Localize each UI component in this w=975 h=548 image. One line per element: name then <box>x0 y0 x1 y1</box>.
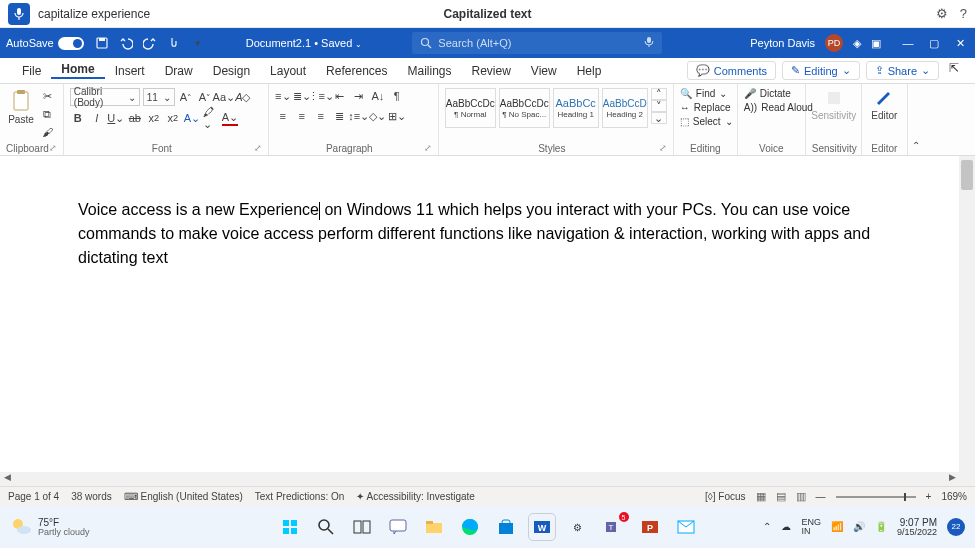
minimize-button[interactable]: — <box>899 37 917 50</box>
status-words[interactable]: 38 words <box>71 491 112 502</box>
hscroll-right-icon[interactable]: ▶ <box>945 472 959 486</box>
paste-button[interactable]: Paste <box>6 88 36 125</box>
bold-icon[interactable]: B <box>70 110 86 126</box>
focus-mode-button[interactable]: [◊] Focus <box>705 491 746 502</box>
tray-battery-icon[interactable]: 🔋 <box>875 521 887 532</box>
editing-button[interactable]: ✎ Editing ⌄ <box>782 61 860 80</box>
format-painter-icon[interactable]: 🖌 <box>39 124 55 140</box>
diamond-icon[interactable]: ◈ <box>853 37 861 50</box>
tray-clock[interactable]: 9:07 PM 9/15/2022 <box>897 517 937 538</box>
task-teams-icon[interactable]: T5 <box>601 514 627 540</box>
maximize-button[interactable]: ▢ <box>925 37 943 50</box>
style-heading2[interactable]: AaBbCcDHeading 2 <box>602 88 648 128</box>
multilevel-icon[interactable]: ⋮≡⌄ <box>313 88 329 104</box>
highlight-icon[interactable]: 🖍⌄ <box>203 110 219 126</box>
touch-mode-icon[interactable] <box>166 35 182 51</box>
editor-button[interactable]: Editor <box>868 88 901 121</box>
voice-help-icon[interactable]: ? <box>960 6 967 21</box>
change-case-icon[interactable]: Aa⌄ <box>216 89 232 105</box>
tab-layout[interactable]: Layout <box>260 64 316 78</box>
cut-icon[interactable]: ✂ <box>39 88 55 104</box>
line-spacing-icon[interactable]: ↕≡⌄ <box>351 108 367 124</box>
find-button[interactable]: 🔍 Find ⌄ <box>680 88 727 99</box>
task-powerpoint-icon[interactable]: P <box>637 514 663 540</box>
toggle-switch[interactable] <box>58 37 84 50</box>
task-view-icon[interactable] <box>349 514 375 540</box>
tray-volume-icon[interactable]: 🔊 <box>853 521 865 532</box>
shrink-font-icon[interactable]: A˅ <box>197 89 213 105</box>
align-right-icon[interactable]: ≡ <box>313 108 329 124</box>
italic-icon[interactable]: I <box>89 110 105 126</box>
subscript-icon[interactable]: x2 <box>146 110 162 126</box>
weather-widget[interactable]: 75°FPartly cloudy <box>10 516 90 538</box>
tab-insert[interactable]: Insert <box>105 64 155 78</box>
clipboard-launcher-icon[interactable]: ⤢ <box>49 143 57 153</box>
style-normal[interactable]: AaBbCcDc¶ Normal <box>445 88 496 128</box>
web-layout-icon[interactable]: ▥ <box>796 490 806 503</box>
search-mic-icon[interactable] <box>644 36 654 50</box>
task-explorer-icon[interactable] <box>421 514 447 540</box>
task-store-icon[interactable] <box>493 514 519 540</box>
font-color-icon[interactable]: A⌄ <box>222 110 238 126</box>
zoom-slider[interactable] <box>836 496 916 498</box>
tab-home[interactable]: Home <box>51 62 104 79</box>
styles-down-icon[interactable]: ˅ <box>651 100 667 112</box>
close-button[interactable]: ✕ <box>951 37 969 50</box>
replace-button[interactable]: ↔ Replace <box>680 102 731 113</box>
zoom-value[interactable]: 169% <box>941 491 967 502</box>
read-aloud-button[interactable]: A)) Read Aloud <box>744 102 813 113</box>
read-mode-icon[interactable]: ▦ <box>756 490 766 503</box>
strike-icon[interactable]: ab <box>127 110 143 126</box>
tab-draw[interactable]: Draw <box>155 64 203 78</box>
task-search-icon[interactable] <box>313 514 339 540</box>
vertical-scrollbar[interactable] <box>959 156 975 486</box>
tab-file[interactable]: File <box>12 64 51 78</box>
scroll-thumb[interactable] <box>961 160 973 190</box>
app-mode-icon[interactable]: ▣ <box>871 37 881 50</box>
horizontal-scrollbar[interactable]: ◀ ▶ <box>0 472 959 486</box>
copy-icon[interactable]: ⧉ <box>39 106 55 122</box>
underline-icon[interactable]: U ⌄ <box>108 110 124 126</box>
paragraph-launcher-icon[interactable]: ⤢ <box>424 143 432 153</box>
task-chat-icon[interactable] <box>385 514 411 540</box>
tray-ime[interactable]: ENG IN <box>801 518 821 536</box>
redo-icon[interactable] <box>142 35 158 51</box>
status-page[interactable]: Page 1 of 4 <box>8 491 59 502</box>
voice-settings-icon[interactable]: ⚙ <box>936 6 948 21</box>
share-overflow-icon[interactable]: ⇱ <box>945 61 963 80</box>
tab-view[interactable]: View <box>521 64 567 78</box>
tab-review[interactable]: Review <box>462 64 521 78</box>
style-no-spacing[interactable]: AaBbCcDc¶ No Spac... <box>499 88 550 128</box>
decrease-indent-icon[interactable]: ⇤ <box>332 88 348 104</box>
save-icon[interactable] <box>94 35 110 51</box>
zoom-in-icon[interactable]: + <box>926 491 932 502</box>
styles-more-icon[interactable]: ⌄ <box>651 112 667 124</box>
hscroll-left-icon[interactable]: ◀ <box>0 472 14 486</box>
document-area[interactable]: Voice access is a new Experience on Wind… <box>0 156 975 486</box>
select-button[interactable]: ⬚ Select ⌄ <box>680 116 733 127</box>
tab-references[interactable]: References <box>316 64 397 78</box>
autosave-toggle[interactable]: AutoSave <box>6 37 84 50</box>
align-center-icon[interactable]: ≡ <box>294 108 310 124</box>
task-word-icon[interactable]: W <box>529 514 555 540</box>
show-marks-icon[interactable]: ¶ <box>389 88 405 104</box>
style-heading1[interactable]: AaBbCcHeading 1 <box>553 88 599 128</box>
grow-font-icon[interactable]: A˄ <box>178 89 194 105</box>
tray-notifications[interactable]: 22 <box>947 518 965 536</box>
start-button[interactable] <box>277 514 303 540</box>
styles-launcher-icon[interactable]: ⤢ <box>659 143 667 153</box>
tray-wifi-icon[interactable]: 📶 <box>831 521 843 532</box>
tray-overflow-icon[interactable]: ⌃ <box>763 521 771 532</box>
font-name-combo[interactable]: Calibri (Body)⌄ <box>70 88 140 106</box>
status-accessibility[interactable]: ✦ Accessibility: Investigate <box>356 491 475 502</box>
print-layout-icon[interactable]: ▤ <box>776 490 786 503</box>
font-size-combo[interactable]: 11⌄ <box>143 88 175 106</box>
task-settings-icon[interactable]: ⚙ <box>565 514 591 540</box>
styles-up-icon[interactable]: ˄ <box>651 88 667 100</box>
task-edge-icon[interactable] <box>457 514 483 540</box>
voice-mic-icon[interactable] <box>8 3 30 25</box>
shading-icon[interactable]: ◇⌄ <box>370 108 386 124</box>
tab-mailings[interactable]: Mailings <box>397 64 461 78</box>
justify-icon[interactable]: ≣ <box>332 108 348 124</box>
borders-icon[interactable]: ⊞⌄ <box>389 108 405 124</box>
